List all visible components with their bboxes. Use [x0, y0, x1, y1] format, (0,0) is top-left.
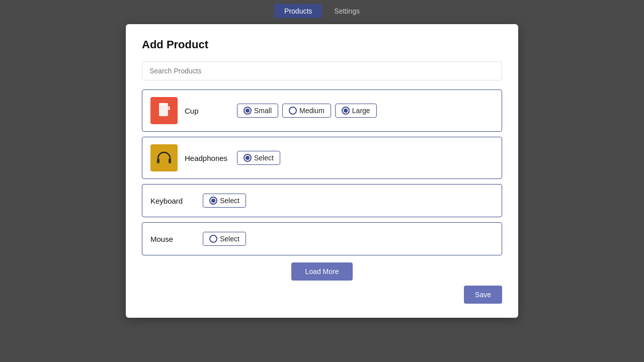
- product-name-mouse: Mouse: [150, 235, 196, 243]
- save-container: Save: [142, 286, 502, 304]
- load-more-container: Load More: [142, 262, 502, 281]
- product-row-mouse: Mouse Select: [142, 222, 502, 255]
- cup-icon: [157, 102, 171, 119]
- cup-options: Small Medium Large: [237, 104, 377, 118]
- radio-keyboard-select: [209, 197, 217, 205]
- svg-rect-1: [159, 103, 168, 105]
- product-row-headphones: Headphones Select: [142, 137, 502, 179]
- product-name-cup: Cup: [185, 107, 230, 115]
- cup-option-small-label: Small: [254, 107, 272, 115]
- mouse-option-select-label: Select: [220, 235, 239, 243]
- keyboard-options: Select: [203, 194, 246, 208]
- headphones-option-select[interactable]: Select: [237, 151, 280, 165]
- keyboard-option-select[interactable]: Select: [203, 194, 246, 208]
- cup-option-large[interactable]: Large: [335, 104, 377, 118]
- product-name-headphones: Headphones: [185, 154, 230, 162]
- product-name-keyboard: Keyboard: [150, 197, 196, 205]
- save-button[interactable]: Save: [464, 286, 502, 304]
- radio-medium: [289, 107, 297, 115]
- cup-option-medium[interactable]: Medium: [282, 104, 331, 118]
- cup-option-medium-label: Medium: [299, 107, 325, 115]
- radio-small: [244, 107, 252, 115]
- keyboard-option-select-label: Select: [220, 197, 239, 205]
- product-row-cup: Cup Small Medium Large: [142, 89, 502, 132]
- headphones-icon: [156, 150, 172, 165]
- product-image-cup: [150, 97, 178, 124]
- cup-option-small[interactable]: Small: [237, 104, 278, 118]
- tab-products[interactable]: Products: [274, 4, 322, 18]
- product-image-headphones: [150, 144, 178, 171]
- load-more-button[interactable]: Load More: [291, 262, 353, 281]
- radio-mouse-select: [209, 235, 217, 243]
- product-row-keyboard: Keyboard Select: [142, 184, 502, 217]
- svg-rect-2: [168, 106, 170, 110]
- search-input[interactable]: [142, 61, 502, 80]
- headphones-option-select-label: Select: [254, 154, 274, 162]
- modal-title: Add Product: [142, 38, 502, 51]
- svg-rect-4: [169, 158, 171, 163]
- svg-rect-3: [157, 158, 159, 163]
- headphones-options: Select: [237, 151, 280, 165]
- radio-headphones-select: [244, 154, 252, 162]
- mouse-options: Select: [203, 232, 246, 246]
- add-product-modal: Add Product Cup Small Medium: [126, 24, 518, 318]
- radio-large: [342, 107, 350, 115]
- mouse-option-select[interactable]: Select: [203, 232, 246, 246]
- tab-settings[interactable]: Settings: [324, 4, 370, 18]
- top-nav: Products Settings: [0, 0, 644, 22]
- cup-option-large-label: Large: [352, 107, 370, 115]
